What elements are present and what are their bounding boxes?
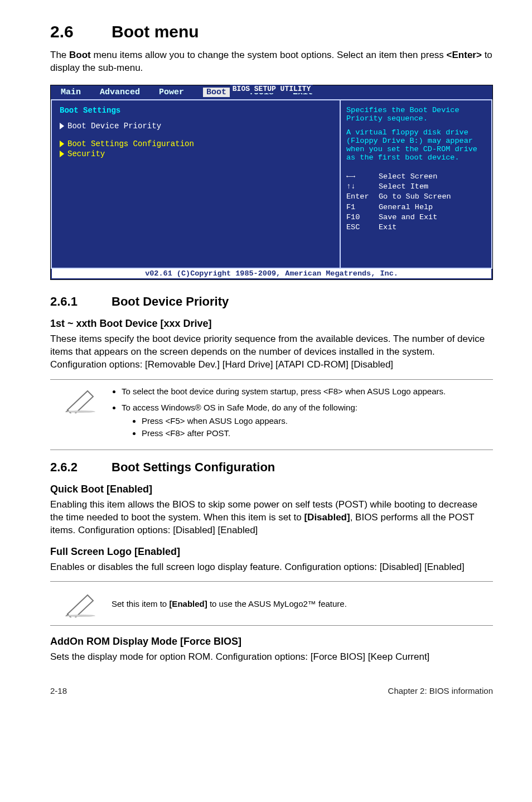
- section-heading: 2.6Boot menu: [50, 22, 493, 41]
- bios-pane-heading: Boot Settings: [60, 106, 332, 115]
- pencil-note-icon: [50, 590, 112, 617]
- bios-item-security: Security: [60, 149, 332, 158]
- section-number: 2.6: [50, 22, 112, 41]
- paragraph-addon-rom: Sets the display mode for option ROM. Co…: [50, 651, 493, 664]
- bios-utility-label: BIOS SETUP UTILITY: [230, 85, 313, 93]
- paragraph-full-screen-logo: Enables or disables the full screen logo…: [50, 561, 493, 574]
- note-content-1: To select the boot device during system …: [112, 385, 493, 444]
- bios-key-legend: ←→Select Screen ↑↓Select Item EnterGo to…: [346, 172, 486, 233]
- bios-tab-advanced: Advanced: [100, 88, 140, 97]
- note1-sub2: Press <F8> after POST.: [142, 427, 493, 439]
- paragraph-quick-boot: Enabling this item allows the BIOS to sk…: [50, 499, 493, 537]
- note-content-2: Set this item to [Enabled] to use the AS…: [112, 598, 493, 610]
- triangle-icon: [60, 141, 64, 147]
- bios-item-boot-device-priority: Boot Device Priority: [60, 122, 332, 131]
- note1-sub1: Press <F5> when ASUS Logo appears.: [142, 415, 493, 427]
- bios-right-pane: Specifies the Boot Device Priority seque…: [340, 100, 492, 269]
- option-heading-addon-rom: AddOn ROM Display Mode [Force BIOS]: [50, 636, 493, 648]
- note-box-2: Set this item to [Enabled] to use the AS…: [50, 581, 493, 626]
- subsection-262-heading: 2.6.2Boot Settings Configuration: [50, 460, 493, 475]
- pencil-note-icon: [50, 385, 112, 413]
- bios-copyright: v02.61 (C)Copyright 1985-2009, American …: [52, 269, 491, 278]
- option-heading-boot-device: 1st ~ xxth Boot Device [xxx Drive]: [50, 318, 493, 330]
- bios-help-primary: Specifies the Boot Device Priority seque…: [346, 106, 486, 123]
- bios-tab-main: Main: [61, 88, 81, 97]
- bios-screenshot: BIOS SETUP UTILITY Main Advanced Power B…: [50, 85, 493, 280]
- bios-item-boot-settings-config: Boot Settings Configuration: [60, 139, 332, 148]
- subsection-261-heading: 2.6.1Boot Device Priority: [50, 294, 493, 309]
- svg-point-1: [66, 615, 95, 617]
- note1-item2: To access Windows® OS in Safe Mode, do a…: [122, 402, 493, 439]
- triangle-icon: [60, 123, 64, 129]
- bios-help-extra: A virtual floppy disk drive (Floppy Driv…: [346, 128, 486, 162]
- bios-tab-power: Power: [159, 88, 184, 97]
- paragraph-boot-device: These items specify the boot device prio…: [50, 333, 493, 371]
- section-title-text: Boot menu: [112, 22, 199, 41]
- page-footer: 2-18 Chapter 2: BIOS information: [50, 686, 493, 695]
- intro-paragraph: The Boot menu items allow you to change …: [50, 49, 493, 75]
- svg-point-0: [66, 410, 95, 413]
- bios-tab-boot: Boot: [203, 88, 230, 97]
- triangle-icon: [60, 151, 64, 157]
- option-heading-quick-boot: Quick Boot [Enabled]: [50, 484, 493, 495]
- note1-item1: To select the boot device during system …: [122, 385, 493, 398]
- option-heading-full-screen-logo: Full Screen Logo [Enabled]: [50, 546, 493, 558]
- note-box-1: To select the boot device during system …: [50, 379, 493, 450]
- footer-page-number: 2-18: [50, 686, 67, 695]
- bios-left-pane: Boot Settings Boot Device Priority Boot …: [51, 100, 340, 269]
- footer-chapter: Chapter 2: BIOS information: [388, 686, 493, 695]
